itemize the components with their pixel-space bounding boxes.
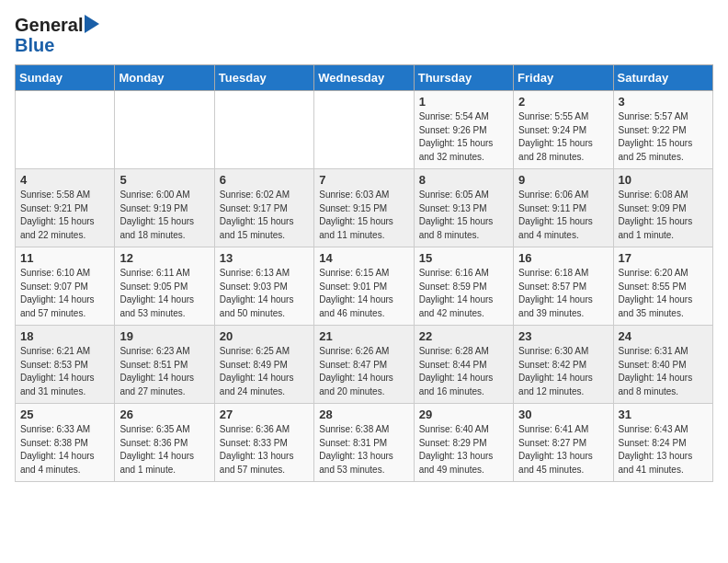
header-row: SundayMondayTuesdayWednesdayThursdayFrid…: [16, 65, 713, 91]
day-number: 1: [419, 95, 508, 109]
day-content: Sunrise: 6:03 AM Sunset: 9:15 PM Dayligh…: [319, 189, 408, 242]
calendar-cell: 25Sunrise: 6:33 AM Sunset: 8:38 PM Dayli…: [16, 404, 115, 482]
day-number: 2: [518, 95, 608, 109]
calendar-cell: 14Sunrise: 6:15 AM Sunset: 9:01 PM Dayli…: [314, 247, 414, 326]
calendar-cell: 2Sunrise: 5:55 AM Sunset: 9:24 PM Daylig…: [514, 91, 613, 169]
calendar-cell: 10Sunrise: 6:08 AM Sunset: 9:09 PM Dayli…: [613, 169, 712, 247]
calendar-cell: 1Sunrise: 5:54 AM Sunset: 9:26 PM Daylig…: [414, 91, 513, 169]
day-number: 11: [20, 251, 109, 265]
day-header-sunday: Sunday: [16, 65, 115, 91]
day-content: Sunrise: 6:21 AM Sunset: 8:53 PM Dayligh…: [20, 345, 109, 398]
calendar-cell: 29Sunrise: 6:40 AM Sunset: 8:29 PM Dayli…: [414, 404, 513, 482]
calendar-cell: 27Sunrise: 6:36 AM Sunset: 8:33 PM Dayli…: [214, 404, 313, 482]
day-content: Sunrise: 6:15 AM Sunset: 9:01 PM Dayligh…: [319, 267, 408, 320]
day-content: Sunrise: 5:54 AM Sunset: 9:26 PM Dayligh…: [419, 110, 508, 164]
day-number: 18: [20, 329, 109, 343]
day-number: 15: [419, 251, 508, 265]
calendar-cell: [314, 91, 414, 169]
day-content: Sunrise: 6:43 AM Sunset: 8:24 PM Dayligh…: [619, 423, 708, 477]
day-content: Sunrise: 6:08 AM Sunset: 9:09 PM Dayligh…: [619, 189, 708, 242]
day-header-friday: Friday: [514, 65, 613, 91]
day-number: 22: [419, 329, 508, 343]
calendar-cell: 7Sunrise: 6:03 AM Sunset: 9:15 PM Daylig…: [314, 169, 414, 247]
day-number: 9: [518, 173, 608, 187]
calendar-cell: 24Sunrise: 6:31 AM Sunset: 8:40 PM Dayli…: [613, 326, 712, 404]
day-number: 24: [619, 329, 708, 343]
day-number: 12: [119, 251, 209, 265]
day-number: 20: [220, 329, 309, 343]
day-content: Sunrise: 6:36 AM Sunset: 8:33 PM Dayligh…: [220, 423, 309, 477]
calendar-cell: 9Sunrise: 6:06 AM Sunset: 9:11 PM Daylig…: [514, 169, 613, 247]
calendar-cell: 12Sunrise: 6:11 AM Sunset: 9:05 PM Dayli…: [115, 247, 214, 326]
day-content: Sunrise: 6:25 AM Sunset: 8:49 PM Dayligh…: [220, 345, 309, 398]
logo-text: General Blue: [15, 15, 99, 55]
day-content: Sunrise: 6:02 AM Sunset: 9:17 PM Dayligh…: [220, 189, 309, 242]
calendar-cell: 3Sunrise: 5:57 AM Sunset: 9:22 PM Daylig…: [613, 91, 712, 169]
day-content: Sunrise: 6:16 AM Sunset: 8:59 PM Dayligh…: [419, 267, 508, 320]
calendar-cell: 18Sunrise: 6:21 AM Sunset: 8:53 PM Dayli…: [16, 326, 115, 404]
header: General Blue: [15, 15, 713, 55]
day-content: Sunrise: 6:11 AM Sunset: 9:05 PM Dayligh…: [119, 267, 209, 320]
day-number: 23: [518, 329, 608, 343]
day-number: 13: [220, 251, 309, 265]
calendar-cell: 4Sunrise: 5:58 AM Sunset: 9:21 PM Daylig…: [16, 169, 115, 247]
day-content: Sunrise: 6:23 AM Sunset: 8:51 PM Dayligh…: [119, 345, 209, 398]
calendar-cell: 11Sunrise: 6:10 AM Sunset: 9:07 PM Dayli…: [16, 247, 115, 326]
day-header-wednesday: Wednesday: [314, 65, 414, 91]
day-number: 14: [319, 251, 408, 265]
day-number: 7: [319, 173, 408, 187]
day-content: Sunrise: 6:38 AM Sunset: 8:31 PM Dayligh…: [319, 423, 408, 477]
day-header-thursday: Thursday: [414, 65, 513, 91]
day-number: 31: [619, 408, 708, 421]
day-number: 16: [518, 251, 608, 265]
day-header-monday: Monday: [115, 65, 214, 91]
calendar-cell: 5Sunrise: 6:00 AM Sunset: 9:19 PM Daylig…: [115, 169, 214, 247]
day-content: Sunrise: 6:00 AM Sunset: 9:19 PM Dayligh…: [119, 189, 209, 242]
calendar-cell: [214, 91, 313, 169]
calendar-cell: 16Sunrise: 6:18 AM Sunset: 8:57 PM Dayli…: [514, 247, 613, 326]
day-content: Sunrise: 5:55 AM Sunset: 9:24 PM Dayligh…: [518, 110, 608, 164]
day-content: Sunrise: 6:35 AM Sunset: 8:36 PM Dayligh…: [119, 423, 209, 477]
day-number: 29: [419, 408, 508, 421]
day-content: Sunrise: 6:28 AM Sunset: 8:44 PM Dayligh…: [419, 345, 508, 398]
logo-general: General: [15, 15, 83, 35]
calendar-cell: 15Sunrise: 6:16 AM Sunset: 8:59 PM Dayli…: [414, 247, 513, 326]
day-number: 28: [319, 408, 408, 421]
calendar-cell: 17Sunrise: 6:20 AM Sunset: 8:55 PM Dayli…: [613, 247, 712, 326]
calendar-cell: [16, 91, 115, 169]
calendar-cell: 26Sunrise: 6:35 AM Sunset: 8:36 PM Dayli…: [115, 404, 214, 482]
calendar-cell: 13Sunrise: 6:13 AM Sunset: 9:03 PM Dayli…: [214, 247, 313, 326]
calendar-cell: 23Sunrise: 6:30 AM Sunset: 8:42 PM Dayli…: [514, 326, 613, 404]
day-content: Sunrise: 6:26 AM Sunset: 8:47 PM Dayligh…: [319, 345, 408, 398]
logo-wrapper: General Blue: [15, 15, 99, 55]
day-content: Sunrise: 6:10 AM Sunset: 9:07 PM Dayligh…: [20, 267, 109, 320]
day-content: Sunrise: 6:40 AM Sunset: 8:29 PM Dayligh…: [419, 423, 508, 477]
logo-arrow-icon: [85, 15, 99, 33]
calendar-cell: 22Sunrise: 6:28 AM Sunset: 8:44 PM Dayli…: [414, 326, 513, 404]
calendar-cell: 19Sunrise: 6:23 AM Sunset: 8:51 PM Dayli…: [115, 326, 214, 404]
day-number: 27: [220, 408, 309, 421]
week-row-0: 1Sunrise: 5:54 AM Sunset: 9:26 PM Daylig…: [16, 91, 713, 169]
day-number: 26: [119, 408, 209, 421]
day-content: Sunrise: 6:06 AM Sunset: 9:11 PM Dayligh…: [518, 189, 608, 242]
day-content: Sunrise: 6:13 AM Sunset: 9:03 PM Dayligh…: [220, 267, 309, 320]
logo-blue: Blue: [15, 35, 54, 55]
calendar-cell: 8Sunrise: 6:05 AM Sunset: 9:13 PM Daylig…: [414, 169, 513, 247]
week-row-2: 11Sunrise: 6:10 AM Sunset: 9:07 PM Dayli…: [16, 247, 713, 326]
day-content: Sunrise: 5:58 AM Sunset: 9:21 PM Dayligh…: [20, 189, 109, 242]
calendar-cell: 30Sunrise: 6:41 AM Sunset: 8:27 PM Dayli…: [514, 404, 613, 482]
week-row-1: 4Sunrise: 5:58 AM Sunset: 9:21 PM Daylig…: [16, 169, 713, 247]
calendar-cell: 20Sunrise: 6:25 AM Sunset: 8:49 PM Dayli…: [214, 326, 313, 404]
day-number: 21: [319, 329, 408, 343]
day-number: 10: [619, 173, 708, 187]
day-number: 8: [419, 173, 508, 187]
calendar-table: SundayMondayTuesdayWednesdayThursdayFrid…: [15, 64, 713, 482]
day-number: 25: [20, 408, 109, 421]
day-number: 5: [119, 173, 209, 187]
day-content: Sunrise: 6:41 AM Sunset: 8:27 PM Dayligh…: [518, 423, 608, 477]
calendar-cell: 31Sunrise: 6:43 AM Sunset: 8:24 PM Dayli…: [613, 404, 712, 482]
calendar-cell: 21Sunrise: 6:26 AM Sunset: 8:47 PM Dayli…: [314, 326, 414, 404]
day-content: Sunrise: 6:30 AM Sunset: 8:42 PM Dayligh…: [518, 345, 608, 398]
week-row-3: 18Sunrise: 6:21 AM Sunset: 8:53 PM Dayli…: [16, 326, 713, 404]
day-number: 3: [619, 95, 708, 109]
